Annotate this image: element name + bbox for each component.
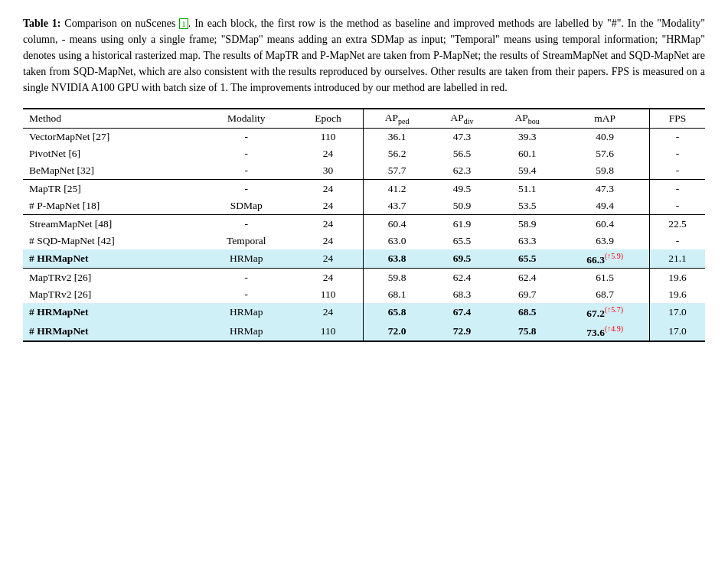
- cell-ap-bou: 63.3: [494, 233, 560, 249]
- cell-ap-bou: 69.7: [494, 286, 560, 303]
- cell-map: 66.3(↑5.9): [560, 249, 649, 269]
- cell-modality: HRMap: [200, 322, 293, 342]
- cell-fps: -: [649, 145, 705, 162]
- map-improvement: (↑5.9): [605, 252, 623, 260]
- cell-map: 47.3: [560, 179, 649, 197]
- table-row: VectorMapNet [27]-11036.147.339.340.9-: [23, 128, 705, 145]
- caption-text-1: Comparison on nuScenes: [64, 18, 179, 29]
- cell-epoch: 24: [293, 214, 364, 233]
- cell-ap-div: 72.9: [430, 322, 494, 342]
- cell-method: # SQD-MapNet [42]: [23, 233, 200, 249]
- cell-ap-div: 69.5: [430, 249, 494, 269]
- table-row: MapTRv2 [26]-11068.168.369.768.719.6: [23, 286, 705, 303]
- cell-fps: -: [649, 233, 705, 249]
- cell-ap-bou: 39.3: [494, 128, 560, 145]
- cell-ap-bou: 58.9: [494, 214, 560, 233]
- cell-epoch: 24: [293, 233, 364, 249]
- cell-method: MapTRv2 [26]: [23, 269, 200, 287]
- cell-ap-bou: 65.5: [494, 249, 560, 269]
- table-row: MapTR [25]-2441.249.551.147.3-: [23, 179, 705, 197]
- cell-map: 60.4: [560, 214, 649, 233]
- col-header-ap-div: APdiv: [430, 109, 494, 128]
- col-header-map: mAP: [560, 109, 649, 128]
- cell-ap-ped: 63.0: [364, 233, 430, 249]
- cell-method: PivotNet [6]: [23, 145, 200, 162]
- table-row: StreamMapNet [48]-2460.461.958.960.422.5: [23, 214, 705, 233]
- cell-ap-div: 62.3: [430, 162, 494, 180]
- cell-ap-ped: 65.8: [364, 303, 430, 322]
- cell-method: # HRMapNet: [23, 322, 200, 342]
- cell-map: 40.9: [560, 128, 649, 145]
- cell-modality: -: [200, 162, 293, 180]
- col-header-fps: FPS: [649, 109, 705, 128]
- cell-ap-bou: 53.5: [494, 197, 560, 215]
- cell-ap-bou: 62.4: [494, 269, 560, 287]
- cell-epoch: 110: [293, 322, 364, 342]
- cell-modality: -: [200, 145, 293, 162]
- cell-method: # P-MapNet [18]: [23, 197, 200, 215]
- cell-ap-ped: 56.2: [364, 145, 430, 162]
- cell-ap-ped: 41.2: [364, 179, 430, 197]
- cell-ap-div: 65.5: [430, 233, 494, 249]
- cell-ap-bou: 68.5: [494, 303, 560, 322]
- table-row: # HRMapNetHRMap2463.869.565.566.3(↑5.9)2…: [23, 249, 705, 269]
- cell-map: 63.9: [560, 233, 649, 249]
- ref-1: 1: [179, 18, 188, 29]
- cell-fps: -: [649, 128, 705, 145]
- cell-epoch: 110: [293, 128, 364, 145]
- cell-ap-div: 49.5: [430, 179, 494, 197]
- cell-ap-ped: 60.4: [364, 214, 430, 233]
- cell-ap-bou: 75.8: [494, 322, 560, 342]
- table-row: PivotNet [6]-2456.256.560.157.6-: [23, 145, 705, 162]
- cell-fps: 19.6: [649, 269, 705, 287]
- cell-fps: 22.5: [649, 214, 705, 233]
- cell-map: 49.4: [560, 197, 649, 215]
- col-header-ap-bou: APbou: [494, 109, 560, 128]
- cell-modality: HRMap: [200, 249, 293, 269]
- cell-ap-ped: 43.7: [364, 197, 430, 215]
- cell-ap-div: 61.9: [430, 214, 494, 233]
- cell-ap-div: 62.4: [430, 269, 494, 287]
- cell-map: 59.8: [560, 162, 649, 180]
- cell-fps: 21.1: [649, 249, 705, 269]
- cell-ap-div: 47.3: [430, 128, 494, 145]
- cell-fps: 19.6: [649, 286, 705, 303]
- cell-ap-ped: 63.8: [364, 249, 430, 269]
- table-label: Table 1:: [23, 18, 60, 29]
- comparison-table: Method Modality Epoch APped APdiv APbou …: [23, 108, 705, 342]
- cell-fps: 17.0: [649, 303, 705, 322]
- table-row: BeMapNet [32]-3057.762.359.459.8-: [23, 162, 705, 180]
- cell-epoch: 24: [293, 197, 364, 215]
- table-row: # SQD-MapNet [42]Temporal2463.065.563.36…: [23, 233, 705, 249]
- cell-ap-div: 50.9: [430, 197, 494, 215]
- cell-ap-ped: 68.1: [364, 286, 430, 303]
- cell-method: MapTRv2 [26]: [23, 286, 200, 303]
- table-row: # HRMapNetHRMap2465.867.468.567.2(↑5.7)1…: [23, 303, 705, 322]
- cell-ap-bou: 60.1: [494, 145, 560, 162]
- map-improvement: (↑4.9): [605, 324, 623, 333]
- cell-ap-ped: 59.8: [364, 269, 430, 287]
- cell-method: VectorMapNet [27]: [23, 128, 200, 145]
- cell-map: 73.6(↑4.9): [560, 322, 649, 342]
- table-caption: Table 1: Comparison on nuScenes 1. In ea…: [23, 15, 705, 96]
- map-improvement: (↑5.7): [605, 305, 623, 314]
- cell-ap-div: 68.3: [430, 286, 494, 303]
- cell-ap-div: 56.5: [430, 145, 494, 162]
- cell-ap-bou: 51.1: [494, 179, 560, 197]
- cell-epoch: 24: [293, 179, 364, 197]
- cell-modality: Temporal: [200, 233, 293, 249]
- cell-method: StreamMapNet [48]: [23, 214, 200, 233]
- table-row: MapTRv2 [26]-2459.862.462.461.519.6: [23, 269, 705, 287]
- cell-fps: -: [649, 197, 705, 215]
- table-row: # P-MapNet [18]SDMap2443.750.953.549.4-: [23, 197, 705, 215]
- col-header-method: Method: [23, 109, 200, 128]
- cell-map: 57.6: [560, 145, 649, 162]
- col-header-modality: Modality: [200, 109, 293, 128]
- col-header-epoch: Epoch: [293, 109, 364, 128]
- cell-epoch: 30: [293, 162, 364, 180]
- cell-epoch: 24: [293, 249, 364, 269]
- cell-modality: SDMap: [200, 197, 293, 215]
- cell-ap-ped: 72.0: [364, 322, 430, 342]
- cell-method: # HRMapNet: [23, 249, 200, 269]
- cell-epoch: 24: [293, 145, 364, 162]
